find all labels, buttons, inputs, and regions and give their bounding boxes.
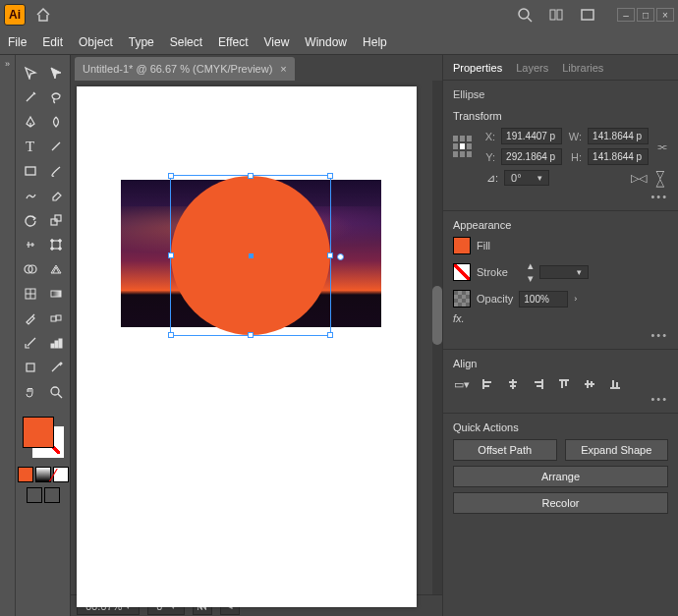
stroke-weight-down[interactable]: ▾ xyxy=(528,272,534,285)
tab-properties[interactable]: Properties xyxy=(453,62,502,74)
symbol-sprayer-tool[interactable] xyxy=(18,331,43,355)
fill-stroke-swatches[interactable] xyxy=(21,415,66,460)
width-tool[interactable] xyxy=(18,233,43,256)
handle-se[interactable] xyxy=(327,332,333,338)
menu-view[interactable]: View xyxy=(264,35,290,49)
perspective-grid-tool[interactable] xyxy=(43,257,69,281)
free-transform-tool[interactable] xyxy=(43,233,69,256)
align-more[interactable]: ••• xyxy=(453,393,668,405)
stroke-color-swatch[interactable] xyxy=(453,263,471,281)
menu-file[interactable]: File xyxy=(8,35,27,49)
line-segment-tool[interactable] xyxy=(43,135,69,158)
shaper-tool[interactable] xyxy=(18,184,43,207)
tab-libraries[interactable]: Libraries xyxy=(562,62,603,74)
close-tab-icon[interactable]: × xyxy=(280,63,286,75)
opacity-flyout[interactable]: › xyxy=(574,294,577,304)
artboard[interactable] xyxy=(77,86,417,607)
scale-tool[interactable] xyxy=(43,208,69,232)
align-to-icon[interactable]: ▭▾ xyxy=(453,375,471,393)
draw-normal[interactable] xyxy=(27,487,42,503)
expand-shape-button[interactable]: Expand Shape xyxy=(565,439,669,461)
transform-w-input[interactable]: 141.8644 p xyxy=(588,128,649,144)
shape-builder-tool[interactable] xyxy=(18,257,43,281)
color-mode-gradient[interactable] xyxy=(35,467,51,482)
rectangle-tool[interactable] xyxy=(18,159,43,183)
maximize-button[interactable]: □ xyxy=(637,8,654,22)
offset-path-button[interactable]: Offset Path xyxy=(453,439,557,461)
flip-vertical-icon[interactable]: ▷◁ xyxy=(654,170,667,186)
selection-tool[interactable] xyxy=(18,61,43,84)
handle-s[interactable] xyxy=(248,332,254,338)
color-mode-solid[interactable] xyxy=(18,467,33,482)
appearance-more[interactable]: ••• xyxy=(453,329,668,341)
menu-effect[interactable]: Effect xyxy=(218,35,248,49)
document-tab[interactable]: Untitled-1* @ 66.67 % (CMYK/Preview) × xyxy=(75,57,295,81)
handle-sw[interactable] xyxy=(168,332,174,338)
pen-tool[interactable] xyxy=(18,110,43,134)
align-vcenter-icon[interactable] xyxy=(581,375,598,393)
rotate-tool[interactable] xyxy=(18,208,43,232)
menu-window[interactable]: Window xyxy=(305,35,347,49)
align-bottom-icon[interactable] xyxy=(606,375,624,393)
transform-x-input[interactable]: 191.4407 p xyxy=(501,128,562,144)
menu-select[interactable]: Select xyxy=(170,35,202,49)
search-icon[interactable] xyxy=(511,1,538,28)
handle-nw[interactable] xyxy=(168,173,174,179)
transform-h-input[interactable]: 141.8644 p xyxy=(588,148,649,165)
draw-behind[interactable] xyxy=(44,487,60,503)
vertical-scrollbar[interactable] xyxy=(432,81,442,594)
handle-ne[interactable] xyxy=(327,173,333,179)
stroke-weight-up[interactable]: ▴ xyxy=(528,259,534,272)
home-icon[interactable] xyxy=(29,1,57,28)
opacity-input[interactable]: 100% xyxy=(519,291,568,308)
align-right-icon[interactable] xyxy=(530,375,547,393)
reference-point-grid[interactable] xyxy=(453,136,472,157)
center-point[interactable] xyxy=(249,253,254,258)
fx-button[interactable]: fx. xyxy=(453,312,465,324)
eraser-tool[interactable] xyxy=(43,184,69,207)
zoom-tool[interactable] xyxy=(43,380,69,404)
type-tool[interactable]: T xyxy=(18,135,43,158)
handle-e[interactable] xyxy=(327,252,333,258)
collapsed-panel-rail[interactable]: » xyxy=(0,55,16,616)
eyedropper-tool[interactable] xyxy=(18,307,43,330)
align-top-icon[interactable] xyxy=(555,375,573,393)
handle-w[interactable] xyxy=(168,252,174,258)
menu-help[interactable]: Help xyxy=(363,35,387,49)
recolor-button[interactable]: Recolor xyxy=(453,492,668,514)
mesh-tool[interactable] xyxy=(18,282,43,306)
fill-color-swatch[interactable] xyxy=(453,237,471,254)
scrollbar-thumb[interactable] xyxy=(432,286,442,345)
lasso-tool[interactable] xyxy=(43,85,69,109)
transform-more[interactable]: ••• xyxy=(453,191,668,202)
curvature-tool[interactable] xyxy=(43,110,69,134)
hand-tool[interactable] xyxy=(18,380,43,404)
magic-wand-tool[interactable] xyxy=(18,85,43,109)
slice-tool[interactable] xyxy=(43,356,69,379)
transform-y-input[interactable]: 292.1864 p xyxy=(501,148,562,165)
flip-horizontal-icon[interactable]: ▷◁ xyxy=(631,172,647,185)
close-button[interactable]: × xyxy=(656,8,674,22)
rotate-input[interactable]: 0°▾ xyxy=(504,170,549,186)
align-hcenter-icon[interactable] xyxy=(504,375,522,393)
screen-mode-icon[interactable] xyxy=(574,1,601,28)
arrange-button[interactable]: Arrange xyxy=(453,466,668,487)
direct-selection-tool[interactable] xyxy=(43,61,69,84)
menu-type[interactable]: Type xyxy=(129,35,154,49)
canvas-viewport[interactable] xyxy=(71,81,442,594)
menu-edit[interactable]: Edit xyxy=(42,35,63,49)
stroke-weight-input[interactable]: ▾ xyxy=(539,265,589,279)
align-left-icon[interactable] xyxy=(479,375,496,393)
color-mode-none[interactable]: ⁄ xyxy=(53,467,69,482)
paintbrush-tool[interactable] xyxy=(43,159,69,183)
handle-n[interactable] xyxy=(248,173,254,179)
fill-swatch[interactable] xyxy=(23,417,54,448)
minimize-button[interactable]: – xyxy=(617,8,635,22)
gradient-tool[interactable] xyxy=(43,282,69,306)
pie-widget[interactable] xyxy=(337,253,344,260)
blend-tool[interactable] xyxy=(43,307,69,330)
artboard-tool[interactable] xyxy=(18,356,43,379)
tab-layers[interactable]: Layers xyxy=(516,62,548,74)
arrange-documents-icon[interactable] xyxy=(542,1,570,28)
menu-object[interactable]: Object xyxy=(79,35,113,49)
